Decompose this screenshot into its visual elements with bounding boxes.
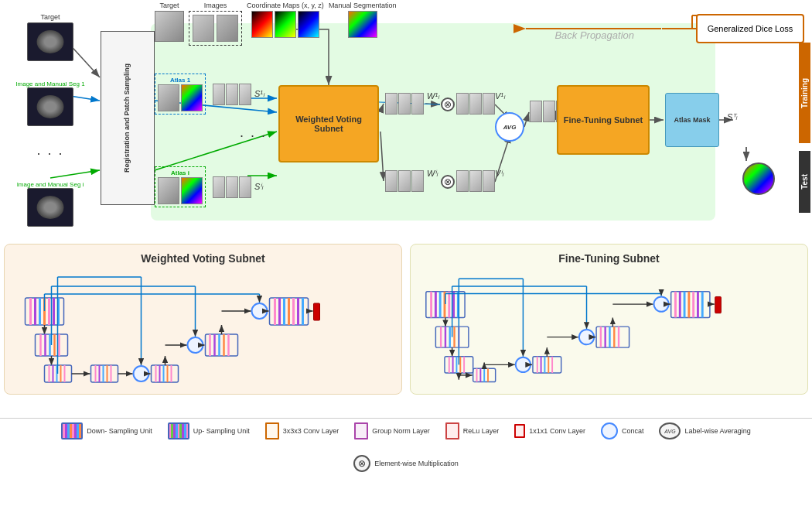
legend-conv1-label: 1x1x1 Conv Layer (529, 427, 585, 436)
ft-subnet-box: Fine-Tuning Subnet (557, 85, 650, 155)
legend-conv3: 3x3x3 Conv Layer (265, 422, 339, 439)
sinit-cube-2 (543, 101, 555, 122)
images-input-group: Images (189, 2, 242, 46)
vi-cube-3 (483, 170, 495, 192)
legend-elemwise-label: Element-wise Multiplication (374, 460, 459, 468)
target-image-block: Target (27, 13, 73, 61)
legend-relu-icon (445, 422, 459, 439)
legend-elemwise-icon: ⊗ (353, 455, 370, 472)
ft-subnet-label: Fine-Tuning Subnet (564, 115, 643, 125)
vil-label: Vⁱₗ (495, 169, 503, 179)
atlas1-image-block: Image and Manual Seg 1 (15, 80, 84, 126)
vi-cube-2 (469, 170, 482, 192)
multiply-2-circle: ⊗ (441, 175, 455, 189)
atlas1-content: Atlas 1 (158, 77, 203, 111)
w1-cube-3 (411, 93, 424, 115)
atlasi-mri-image (27, 188, 73, 227)
atlasi-label: Atlas i (171, 169, 189, 176)
legend-elemwise: ⊗ Element-wise Multiplication (353, 455, 459, 472)
coord-maps-label: Coordinate Maps (x, y, z) (247, 2, 324, 9)
v1l-label: V¹ₗ (495, 91, 505, 101)
left-images-panel: Target Image and Manual Seg 1 · · · Imag… (0, 0, 101, 240)
backprop-label: Back Propagation (554, 29, 634, 41)
wv-subnet-title: Weighted Voting Subnet (141, 252, 264, 265)
coord-maps-items (251, 11, 319, 38)
atlas1-seg (181, 84, 203, 111)
atlasi-label-left: Image and Manual Seg i (17, 181, 84, 188)
atlas-mask-label: Atlas Mask (674, 116, 710, 124)
w1l-cubes (385, 93, 424, 115)
legend-label-avg: AVG Label-wise Averaging (659, 422, 750, 439)
ft-subnet-title: Fine-Tuning Subnet (558, 252, 659, 265)
legend-conv1: 1x1x1 Conv Layer (514, 424, 585, 438)
cube-s1-1 (213, 84, 225, 105)
cube-si-1 (213, 176, 225, 198)
legend-up-unit-icon (168, 422, 189, 439)
cube-s1-3 (239, 84, 251, 105)
top-diagram-area: Back Propagation Generalized Dice Loss T… (0, 0, 812, 240)
legend-avg-icon: AVG (659, 422, 681, 439)
w1-cube-2 (398, 93, 411, 115)
wil-cubes (385, 170, 424, 192)
vil-cubes (456, 170, 495, 192)
legend-down-unit-icon (61, 422, 83, 439)
legend-relu-label: ReLu Layer (463, 427, 500, 436)
avg-circle: AVG (495, 112, 524, 142)
images-dashed-box (189, 11, 242, 46)
avg-label: AVG (503, 124, 517, 131)
ft-unet-svg (422, 271, 796, 387)
atlas1-mri-image (27, 87, 73, 126)
svg-rect-161 (671, 292, 710, 318)
sinit-cube-1 (530, 101, 542, 122)
svg-point-130 (516, 357, 531, 372)
svg-rect-96 (314, 303, 320, 320)
cube-s1-2 (226, 84, 238, 105)
atlas1-label: Atlas 1 (170, 77, 190, 84)
multiply-1-circle: ⊗ (441, 97, 455, 111)
bottom-area: Weighted Voting Subnet (0, 240, 812, 418)
svg-point-82 (252, 303, 268, 319)
heatmap-y (275, 11, 296, 38)
s1l-cubes (213, 84, 251, 105)
legend-gnl-label: Group Norm Layer (372, 427, 430, 436)
st-label: Sᵀₗ (727, 112, 737, 122)
atlasi-row: Atlas i Sⁱₗ (155, 166, 263, 207)
images-input-label: Images (204, 2, 227, 9)
legend-group-norm: Group Norm Layer (354, 422, 430, 439)
cube-si-2 (226, 176, 238, 198)
heatmap-z (298, 11, 319, 38)
target-cube (155, 11, 184, 42)
legend-relu: ReLu Layer (445, 422, 500, 439)
test-text: Test (800, 174, 809, 190)
atlas1-mri (158, 84, 179, 111)
legend-conv3-icon (265, 422, 279, 439)
legend-gnl-icon (354, 422, 368, 439)
reg-patch-sampling-box: Registration and Patch Sampling (101, 31, 155, 205)
legend-concat-label: Concat (622, 427, 644, 436)
ft-unet-diagram (422, 271, 796, 387)
top-inputs-row: Target Images Coordinate Maps (x, y, z) (155, 2, 396, 46)
top-input-section: Target Images Coordinate Maps (x, y, z) (155, 2, 396, 46)
v1-cube-1 (456, 93, 469, 115)
wv-unet-diagram (16, 271, 390, 387)
legend-up-sampling: Up- Sampling Unit (168, 422, 250, 439)
svg-rect-170 (715, 296, 722, 313)
target-mri-image (27, 22, 73, 61)
legend-up-label: Up- Sampling Unit (193, 427, 250, 436)
atlas1-dashed-box: Atlas 1 (155, 74, 206, 115)
w1-cube-1 (385, 93, 397, 115)
middle-dots: · · · (36, 145, 63, 162)
gdl-label: Generalized Dice Loss (708, 24, 793, 33)
v1-cube-2 (469, 93, 482, 115)
training-label-bar: Training (799, 43, 810, 143)
wv-unet-svg (16, 271, 390, 387)
fine-tuning-subnet-panel: Fine-Tuning Subnet (410, 244, 808, 395)
svg-point-156 (653, 296, 668, 311)
w1l-label: W¹ₗ (427, 91, 439, 101)
weighted-voting-subnet-panel: Weighted Voting Subnet (4, 244, 402, 395)
v1-cube-3 (483, 93, 495, 115)
image-cube-2 (217, 15, 238, 42)
legend-down-sampling: Down- Sampling Unit (61, 422, 152, 439)
atlasi-content: Atlas i (158, 169, 203, 204)
training-text: Training (800, 78, 809, 108)
